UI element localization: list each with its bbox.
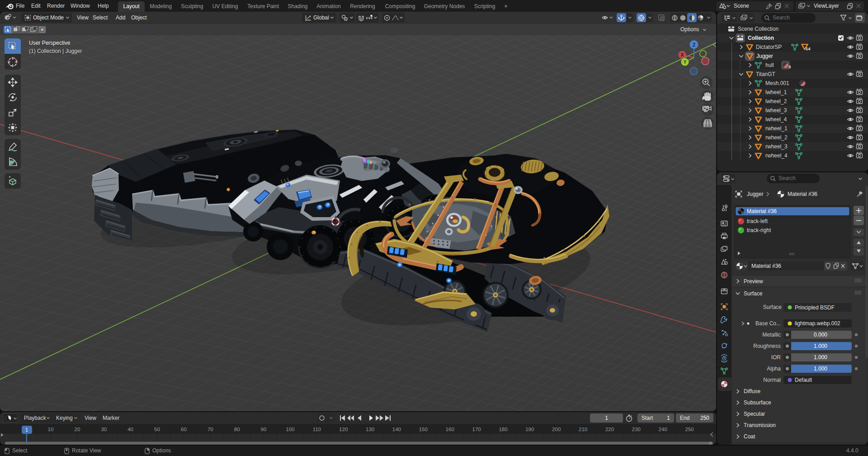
svg-text:TitanGT: TitanGT <box>756 71 776 77</box>
svg-text:220: 220 <box>605 427 614 432</box>
svg-text:130: 130 <box>366 427 374 432</box>
svg-text:Alpha: Alpha <box>767 366 781 372</box>
svg-text:Scene Collection: Scene Collection <box>738 26 778 32</box>
svg-text:3: 3 <box>788 64 791 69</box>
svg-text:Z: Z <box>693 42 696 48</box>
svg-text:IOR: IOR <box>771 354 781 361</box>
svg-text:lwheel_3: lwheel_3 <box>765 107 787 114</box>
svg-text:rwheel_1: rwheel_1 <box>765 125 788 132</box>
svg-text:track-left: track-left <box>747 218 768 224</box>
svg-text:Metallic: Metallic <box>762 332 781 338</box>
svg-text:Surface: Surface <box>763 304 782 310</box>
svg-text:14: 14 <box>806 46 811 51</box>
svg-text:50: 50 <box>154 427 160 432</box>
svg-text:150: 150 <box>419 427 428 432</box>
svg-text:rwheel_4: rwheel_4 <box>765 152 788 159</box>
svg-text:X: X <box>681 52 684 57</box>
svg-text:140: 140 <box>392 427 401 432</box>
svg-text:100: 100 <box>286 427 294 432</box>
svg-text:lwheel_2: lwheel_2 <box>765 98 787 104</box>
svg-text:Principled BSDF: Principled BSDF <box>795 304 835 311</box>
svg-text:Surface: Surface <box>744 290 763 297</box>
svg-text:Material #36: Material #36 <box>788 191 817 197</box>
svg-text:hull: hull <box>765 62 774 68</box>
svg-text:10: 10 <box>48 427 54 432</box>
svg-text:Y: Y <box>684 60 687 65</box>
svg-text:DictatorSP: DictatorSP <box>756 44 782 50</box>
svg-text:Default: Default <box>795 377 812 383</box>
svg-text:Jugger: Jugger <box>747 191 764 197</box>
svg-text:rwheel_3: rwheel_3 <box>765 143 788 150</box>
svg-text:120: 120 <box>339 427 348 432</box>
svg-text:Specular: Specular <box>744 411 765 417</box>
svg-text:180: 180 <box>499 427 507 432</box>
svg-text:Base Co...: Base Co... <box>755 320 781 327</box>
svg-text:60: 60 <box>181 427 187 432</box>
svg-text:210: 210 <box>579 427 587 432</box>
svg-text:1.000: 1.000 <box>814 366 827 372</box>
svg-text:track-right: track-right <box>747 227 771 233</box>
svg-text:1.000: 1.000 <box>814 354 827 361</box>
svg-text:Collection: Collection <box>748 35 774 41</box>
svg-text:Material #36: Material #36 <box>747 208 777 214</box>
svg-text:80: 80 <box>234 427 240 432</box>
svg-text:Subsurface: Subsurface <box>744 399 771 406</box>
svg-text:Roughness: Roughness <box>753 343 781 349</box>
svg-text:lwheel_1: lwheel_1 <box>765 89 787 95</box>
svg-text:160: 160 <box>446 427 454 432</box>
svg-text:Preview: Preview <box>744 278 763 285</box>
svg-text:230: 230 <box>632 427 641 432</box>
svg-text:20: 20 <box>75 427 80 432</box>
svg-text:30: 30 <box>101 427 107 432</box>
svg-text:0.000: 0.000 <box>814 332 827 338</box>
svg-text:Diffuse: Diffuse <box>744 388 760 394</box>
svg-text:200: 200 <box>552 427 561 432</box>
svg-text:rwheel_2: rwheel_2 <box>765 134 788 141</box>
svg-text:lightmap.webp.002: lightmap.webp.002 <box>795 320 840 327</box>
svg-text:90: 90 <box>261 427 267 432</box>
svg-text:250: 250 <box>685 427 694 432</box>
svg-text:190: 190 <box>525 427 534 432</box>
svg-text:1.000: 1.000 <box>814 343 827 349</box>
svg-text:Jugger: Jugger <box>756 53 773 59</box>
svg-text:Coat: Coat <box>744 433 755 440</box>
svg-text:Material #36: Material #36 <box>751 263 781 269</box>
svg-text:lwheel_4: lwheel_4 <box>765 116 787 123</box>
svg-text:Transmission: Transmission <box>744 422 776 428</box>
svg-text:110: 110 <box>313 427 321 432</box>
svg-text:40: 40 <box>127 427 133 432</box>
svg-text:Normal: Normal <box>763 377 781 383</box>
svg-text:70: 70 <box>208 427 213 432</box>
svg-text:240: 240 <box>659 427 667 432</box>
svg-text:170: 170 <box>472 427 481 432</box>
svg-text:Mesh.001: Mesh.001 <box>765 80 789 86</box>
